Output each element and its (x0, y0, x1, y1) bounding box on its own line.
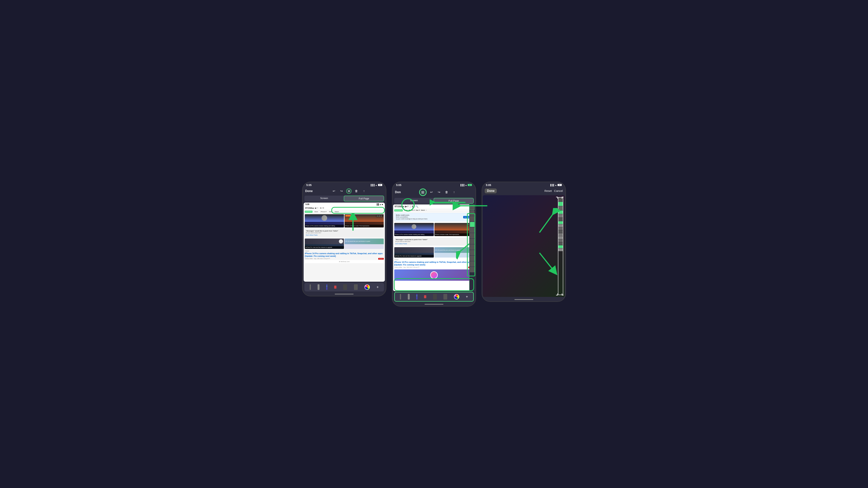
status-icons-1: ▐▐▐ ▲ 57 (370, 184, 382, 186)
nav-watch-2: Watch (421, 209, 425, 212)
tab-screen-2[interactable]: Screen (394, 198, 434, 204)
airpods-2: AirPods Pro: here are five reasons to up… (394, 247, 434, 258)
timer-badge-1: 00:00:00 (376, 215, 383, 217)
article-meta-1: Chance Miller · Sep. 19th 2022 1:00 pm P… (305, 258, 384, 259)
home-indicator-3 (482, 298, 565, 301)
delete-icon-2[interactable]: 🗑 (444, 190, 449, 195)
eraser-tool-1[interactable] (334, 286, 336, 289)
status-bar-2: 5:05 ▐▐▐ ▲ ■ (392, 182, 476, 187)
bottom-tools-1: + (304, 283, 384, 291)
strip-thumb-8 (558, 224, 563, 227)
full-page-area: 9TO5Mac ▶ f ⋮ $ ℰ 🔍 Exclusives Store iPh… (393, 204, 475, 291)
marker-tool-1[interactable] (318, 284, 319, 290)
add-tool-1[interactable]: + (376, 285, 379, 289)
tools-wrapper-1: + (304, 283, 384, 291)
done-button-1[interactable]: Done (305, 189, 313, 193)
permission-title-2: "Messages" would like to paste from "Saf… (395, 239, 473, 240)
done-button-3[interactable]: Done (485, 189, 497, 193)
toolbar-1: Done ↩ ↪ ⊕ 🗑 ↑ (303, 187, 386, 195)
strip-thumb-4 (558, 210, 563, 214)
undo-icon-1[interactable]: ↩ (331, 189, 336, 194)
permission-dialog-1: "Messages" would like to paste from "Saf… (305, 229, 384, 237)
share-icon-1[interactable]: ↑ (361, 189, 367, 194)
dont-allow-2[interactable]: Don't Allow Paste (395, 243, 473, 245)
share-icon-2[interactable]: ↑ (452, 190, 457, 195)
article-author-1: Chance Miller · Sep. 19th 2022 1:00 pm P… (305, 258, 330, 259)
main-container: 5:05 ▐▐▐ ▲ 57 Done ↩ ↪ ⊕ 🗑 ↑ (302, 182, 566, 306)
permission-title-1: "Messages" would like to paste from "Saf… (306, 230, 382, 232)
news-grid-2a: iPhone 14 Pro camera module shaking and … (393, 222, 475, 237)
pencil-dot-2 (416, 295, 417, 296)
nav-store-2: Store (404, 209, 407, 212)
battery-icon-2: ■ (468, 184, 472, 186)
status-bar-1: 5:05 ▐▐▐ ▲ 57 (303, 182, 386, 187)
news-card-overlay-1a: iPhone 14 Pro camera module shaking and … (305, 225, 344, 227)
article-meta-2: Chance Miller · Sep. 19th 2022 1:00 pm P… (394, 267, 474, 268)
strip-thumb-14 (558, 242, 563, 245)
status-icons-3: ▐▐▐ ▲ 57 (550, 184, 562, 186)
page-thumb-12 (470, 267, 474, 272)
screenshot-preview-1: 5:05 ▐▐ ▲ ■ 9TO5Mac ▶ f ⋮ $ ℰ © Exclusiv… (304, 203, 385, 282)
panel-3-phone: 5:05 ▐▐▐ ▲ 57 Done Reset Cancel (482, 182, 566, 302)
lasso-2[interactable] (443, 294, 447, 299)
color-picker-1[interactable] (365, 285, 370, 290)
news-card-2a: iPhone 14 Pro camera module shaking and … (394, 223, 434, 236)
news-grid-2: AirPods Pro: here are five reasons to up… (304, 238, 385, 250)
panel-1-phone: 5:05 ▐▐▐ ▲ 57 Done ↩ ↪ ⊕ 🗑 ↑ (302, 182, 386, 296)
dont-allow-btn-1[interactable]: Don't Allow Paste (306, 234, 382, 236)
site-logo-1: 9TO5Mac (305, 207, 314, 209)
strip-thumb-10 (558, 230, 563, 233)
time-2: 5:05 (396, 184, 401, 187)
color-picker-2[interactable] (454, 294, 459, 299)
tab-screen-1[interactable]: Screen (304, 196, 344, 201)
segment-tabs-1[interactable]: Screen Full Page (304, 196, 384, 201)
nav-bar-1: Exclusives Store iPhone ▾ Mac Watch (304, 210, 385, 214)
delete-icon-1[interactable]: 🗑 (354, 189, 359, 194)
crop-icon-2[interactable]: ⊞ (419, 189, 427, 196)
news-card-overlay-1b: iPhone 14 Action mode: First impressions (344, 225, 384, 227)
article-author-2: Chance Miller · Sep. 19th 2022 1:00 pm P… (394, 267, 420, 268)
redo-icon-2[interactable]: ↪ (436, 190, 442, 195)
article-title-2: iPhone 14 Pro camera shaking and rattlin… (394, 261, 474, 266)
mini-icons-1: ▐▐ ▲ ■ (376, 203, 383, 205)
toolbar-3: Done Reset Cancel (482, 187, 565, 194)
lasso-tool-1[interactable] (354, 284, 358, 290)
ios16-card-1: iOS 16 would like your permission to pas… (344, 238, 384, 249)
strip-thumb-12 (558, 236, 563, 239)
wifi-icon-2: ▲ (465, 184, 467, 186)
crop-corner-tr-3 (556, 197, 558, 199)
markup-icon-1[interactable]: ⊕ (346, 189, 351, 194)
page-thumb-4 (470, 222, 474, 227)
article-title-1: iPhone 14 Pro camera shaking and rattlin… (305, 252, 384, 258)
page-thumb-7 (470, 239, 474, 244)
pencil-tool-1[interactable] (326, 284, 328, 290)
eraser-2[interactable] (424, 295, 426, 298)
pen-tool-1[interactable] (310, 284, 311, 290)
mini-time-1: 5:05 (306, 203, 309, 205)
redo-icon-1[interactable]: ↪ (339, 189, 344, 194)
ruler-2[interactable] (433, 294, 437, 299)
pencil-2[interactable] (416, 294, 417, 299)
page-thumb-10 (470, 256, 474, 261)
segment-tabs-2[interactable]: Screen Full Page (394, 198, 474, 204)
page-thumb-2 (470, 210, 474, 216)
preview-inner-1: 5:05 ▐▐ ▲ ■ 9TO5Mac ▶ f ⋮ $ ℰ © Exclusiv… (304, 203, 385, 282)
nav-more-2: › (426, 209, 427, 212)
done-button-2[interactable]: Don (395, 191, 401, 194)
permission-sub-1: Do you want to allow this? (306, 232, 382, 233)
reset-button-3[interactable]: Reset (545, 189, 552, 192)
cancel-button-3[interactable]: Cancel (554, 189, 563, 192)
article-date-2: TODAY (394, 259, 474, 260)
mini-logo-2: 9TO5Mac ▶ f ⋮ $ ℰ 🔍 (393, 204, 475, 209)
tab-full-page-2[interactable]: Full Page (434, 198, 474, 204)
pen-2[interactable] (400, 294, 401, 299)
permission-dialog-2: "Messages" would like to paste from "Saf… (394, 237, 474, 246)
marker-2[interactable] (408, 294, 410, 299)
panel-2-wrapper: 5:05 ▐▐▐ ▲ ■ Don ⊞ ↩ ↪ 🗑 ↑ (392, 182, 476, 306)
nav-watch-1: Watch (334, 211, 339, 213)
ruler-tool-1[interactable] (343, 284, 347, 290)
add-tool-2[interactable]: + (466, 295, 468, 299)
page-thumb-9 (470, 250, 474, 255)
undo-icon-2[interactable]: ↩ (429, 190, 434, 195)
tab-full-page-1[interactable]: Full Page (344, 196, 384, 201)
